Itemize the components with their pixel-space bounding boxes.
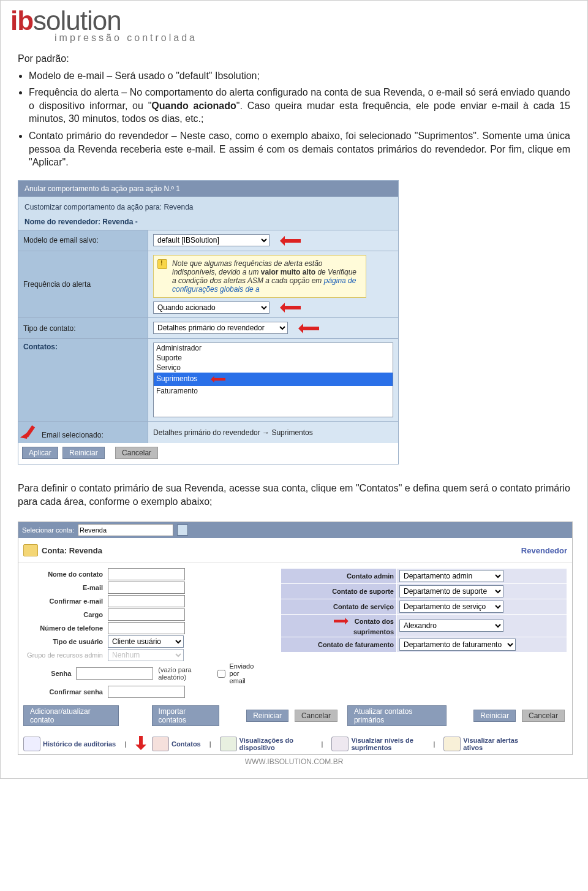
suprimentos-label: Contato dos suprimentos [281, 615, 397, 637]
faturamento-select[interactable]: Departamento de faturamento [399, 639, 516, 651]
alerts-icon [443, 737, 461, 751]
grupo-label: Grupo de recursos admin [23, 651, 108, 659]
type-select[interactable]: Detalhes primário do revendedor [153, 322, 288, 334]
servico-select[interactable]: Departamento de serviço [399, 601, 503, 613]
admin-select[interactable]: Departamento admin [399, 570, 503, 582]
import-button[interactable]: Importar contatos [152, 705, 219, 726]
supplies-icon [331, 737, 349, 751]
nav-dispositivo[interactable]: Visualizações do dispositivo [220, 737, 313, 751]
account-role: Revendedor [521, 546, 567, 555]
list-item[interactable]: Serviço [154, 363, 393, 373]
heading-por-padrao: Por padrão: [18, 52, 570, 66]
cargo-label: Cargo [23, 611, 108, 618]
logo: ibsolution [10, 6, 578, 36]
nav-suprimentos[interactable]: Visualziar níveis de suprimentos [331, 737, 424, 751]
apply-button[interactable]: Aplicar [22, 447, 58, 459]
contacts-label: Contatos: [18, 339, 148, 422]
contact-form: Nome do contato E-mail Confirmar e-mail … [23, 568, 256, 699]
senha-label: Senha [23, 670, 76, 677]
reset-button[interactable]: Reiniciar [62, 447, 105, 459]
panel-subtitle: Customizar comportamento da ação para: R… [18, 197, 398, 214]
nav-alertas[interactable]: Visualizar alertas ativos [443, 737, 537, 751]
model-select[interactable]: default [IBSolution] [153, 234, 270, 246]
arrow-icon [276, 301, 301, 314]
reseller-name-label: Nome do revendedor: Revenda - [18, 214, 398, 230]
update-primary-button[interactable]: Atualizar contatos primários [347, 705, 447, 726]
confirm-senha-input[interactable] [108, 686, 185, 698]
audit-icon [23, 737, 40, 751]
instruction-text: Para definir o contato primário de sua R… [1, 464, 587, 508]
contacts-listbox[interactable]: Administrador Suporte Serviço Suprimento… [153, 343, 393, 417]
warning-note: Note que algumas frequências de alerta e… [153, 255, 366, 298]
telefone-input[interactable] [108, 622, 185, 634]
nav-contatos[interactable]: Contatos [152, 737, 201, 751]
contacts-icon [152, 737, 169, 751]
panel-title: Anular comportamento da ação para ação N… [18, 181, 398, 197]
nav-auditorias[interactable]: Histórico de auditorias [23, 737, 116, 751]
bullet-frequencia: Frequência do alerta – No comportamento … [29, 86, 570, 126]
add-contact-button[interactable]: Adicionar/atualizar contato [23, 705, 119, 726]
select-account-label: Selecionar conta: [22, 526, 74, 534]
footer-url: WWW.IBSOLUTION.COM.BR [1, 757, 587, 766]
list-item-selected[interactable]: Suprimentos [154, 373, 393, 386]
arrow-icon [334, 617, 351, 626]
senha-email-checkbox[interactable] [217, 670, 225, 678]
servico-label: Contato de serviço [281, 599, 397, 615]
model-label: Modelo de email salvo: [18, 230, 148, 251]
bullet-contato: Contato primário do revendedor – Neste c… [29, 129, 570, 169]
confirm-email-label: Confirmar e-mail [23, 597, 108, 605]
confirm-senha-label: Confirmar senha [23, 688, 108, 696]
arrow-icon [295, 322, 319, 335]
select-account-input[interactable] [78, 524, 173, 536]
action-panel: Anular comportamento da ação para ação N… [18, 180, 399, 464]
suporte-label: Contato de suporte [281, 584, 397, 599]
cancel-button-2[interactable]: Cancelar [522, 710, 565, 722]
cancel-button[interactable]: Cancelar [295, 710, 337, 722]
account-row: Conta: Revenda Revendedor [18, 538, 572, 563]
freq-select[interactable]: Quando acionado [153, 301, 270, 314]
arrow-icon [23, 425, 42, 438]
type-label: Tipo de contato: [18, 318, 148, 339]
senha-input[interactable] [76, 667, 153, 680]
telefone-label: Número de telefone [23, 624, 108, 632]
lookup-icon[interactable] [177, 525, 188, 536]
nome-label: Nome do contato [23, 571, 108, 578]
faturamento-label: Contato de faturamento [281, 637, 397, 653]
arrow-icon [208, 375, 225, 384]
logo-solution: solution [33, 6, 121, 36]
warning-icon [157, 259, 167, 269]
footer-nav: Histórico de auditorias | Contatos | Vis… [18, 730, 572, 754]
freq-label: Frequência do alerta [18, 251, 148, 318]
reset-button[interactable]: Reiniciar [246, 710, 288, 722]
tipo-usuario-select[interactable]: Cliente usuário [108, 635, 184, 648]
page-header: ibsolution impressão controlada [1, 1, 587, 46]
select-account-bar: Selecionar conta: [18, 522, 572, 538]
logo-ib: ib [10, 6, 33, 36]
nome-input[interactable] [108, 568, 185, 580]
reset-button-2[interactable]: Reiniciar [473, 710, 516, 722]
bullet-modelo: Modelo de e-mail – Será usado o "default… [29, 69, 570, 83]
intro-text: Por padrão: Modelo de e-mail – Será usad… [1, 46, 587, 169]
primary-contacts-table: Contato adminDepartamento admin Contato … [281, 568, 567, 699]
list-item[interactable]: Suporte [154, 353, 393, 363]
email-label: E-mail [23, 584, 108, 591]
cancel-button[interactable]: Cancelar [115, 447, 158, 459]
suporte-select[interactable]: Departamento de suporte [399, 585, 503, 597]
arrow-icon [276, 235, 301, 247]
email-selected-value: Detalhes primário do revendedor → Suprim… [148, 422, 399, 444]
grupo-select: Nenhum [108, 649, 184, 661]
admin-label: Contato admin [281, 569, 397, 584]
list-item[interactable]: Faturamento [154, 386, 393, 396]
device-icon [220, 737, 237, 751]
account-name: Conta: Revenda [42, 546, 102, 555]
folder-icon [23, 544, 38, 556]
email-input[interactable] [108, 582, 185, 594]
senha-note: (vazio para aleatório) [158, 666, 196, 681]
confirm-email-input[interactable] [108, 595, 185, 607]
account-panel: Selecionar conta: Conta: Revenda Revende… [18, 521, 573, 755]
list-item[interactable]: Administrador [154, 343, 393, 353]
cargo-input[interactable] [108, 609, 185, 621]
email-selected-label: Email selecionado: [18, 422, 148, 444]
suprimentos-select[interactable]: Alexandro [399, 620, 503, 632]
logo-tagline: impressão controlada [10, 32, 578, 44]
